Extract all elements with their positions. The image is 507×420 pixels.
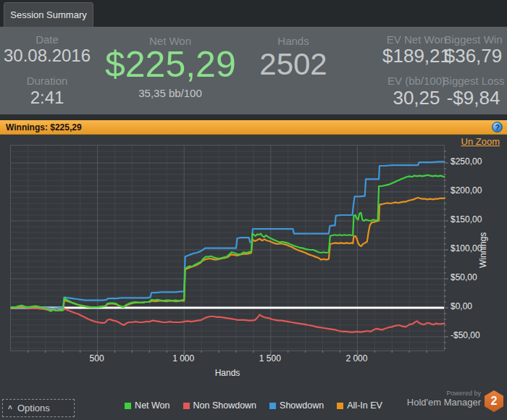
winnings-header-bar: Winnings: $225,29 ? (0, 120, 507, 135)
y-axis-label: $50,00 (451, 272, 477, 282)
duration-label: Duration (0, 75, 94, 87)
legend-label: Net Won (135, 400, 169, 411)
legend-swatch-icon (125, 403, 131, 409)
stats-col-net-won: Net Won $225,29 35,35 bb/100 (105, 27, 235, 114)
legend-label: Non Showdown (193, 400, 257, 411)
date-label: Date (0, 33, 94, 46)
legend-item-showdown: Showdown (269, 400, 324, 411)
chart-region: Un Zoom $250,00$200,00$150,00$100,00$50,… (0, 135, 507, 420)
legend-item-non-showdown: Non Showdown (183, 400, 257, 411)
winnings-chart (11, 146, 444, 350)
y-axis-label: $100,00 (451, 243, 482, 253)
duration-value: 2:41 (0, 88, 94, 108)
legend-item-net-won: Net Won (125, 400, 169, 411)
stats-band: Date 30.08.2016 Duration 2:41 Net Won $2… (0, 27, 507, 114)
help-icon[interactable]: ? (492, 122, 503, 133)
series-showdown (11, 161, 445, 308)
biggest-loss-value: -$9,84 (440, 87, 507, 109)
stats-col-biggest: Biggest Win $36,79 Biggest Loss -$9,84 (440, 27, 507, 114)
x-axis-label: 500 (68, 353, 126, 364)
legend-swatch-icon (269, 403, 276, 409)
winnings-plot-area[interactable] (10, 145, 445, 351)
stats-col-hands: Hands 2502 (239, 27, 348, 114)
legend-label: Showdown (280, 400, 324, 411)
biggest-win-value: $36,79 (440, 45, 507, 67)
divider (0, 114, 507, 120)
series-all-in-ev (11, 198, 445, 311)
x-axis-label: 2 000 (327, 353, 385, 364)
biggest-loss-label: Biggest Loss (440, 75, 507, 87)
y-axis-label: -$50,00 (451, 330, 480, 340)
stats-col-date: Date 30.08.2016 Duration 2:41 (0, 27, 94, 114)
date-value: 30.08.2016 (0, 46, 94, 66)
y-axis-label: $0,00 (451, 301, 472, 311)
tab-strip: Session Summary (0, 0, 507, 27)
legend-swatch-icon (183, 403, 190, 409)
unzoom-link[interactable]: Un Zoom (461, 136, 500, 147)
winnings-bar-label: Winnings: $225,29 (6, 120, 82, 135)
y-axis-label: $150,00 (451, 214, 482, 224)
session-summary-window: Session Summary Date 30.08.2016 Duration… (0, 0, 507, 420)
brand-text: Hold'em Manager (336, 397, 481, 408)
x-axis-label: 1 000 (154, 353, 212, 364)
series-net-won (11, 175, 445, 311)
y-axis-label: $200,00 (451, 185, 482, 196)
y-axis-label: $250,00 (451, 156, 482, 167)
hands-value: 2502 (239, 49, 348, 80)
tab-session-summary[interactable]: Session Summary (4, 2, 93, 27)
bb100-value: 35,35 bb/100 (105, 87, 235, 99)
y-axis-title: Winnings (478, 217, 493, 282)
biggest-win-label: Biggest Win (440, 33, 507, 46)
powered-by-text: Powered by (336, 390, 481, 397)
x-axis-label: 1 500 (241, 353, 299, 364)
hands-label: Hands (239, 35, 348, 47)
x-axis-title: Hands (184, 368, 271, 378)
powered-by-block: Powered by Hold'em Manager (336, 390, 481, 408)
net-won-value: $225,29 (105, 46, 235, 83)
